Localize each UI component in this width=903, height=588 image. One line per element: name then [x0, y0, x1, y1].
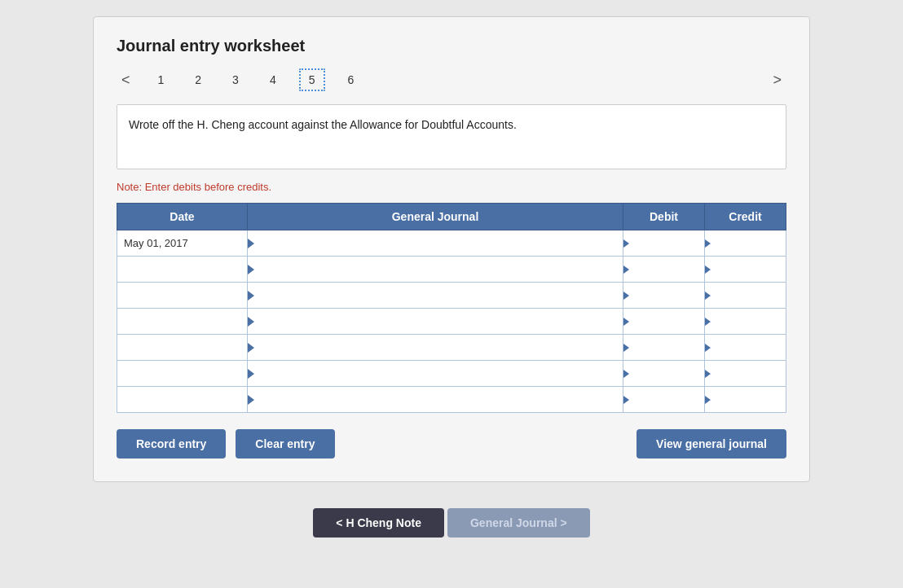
journal-cell-5[interactable] [248, 361, 623, 387]
credit-input-0[interactable] [705, 230, 786, 256]
record-entry-button[interactable]: Record entry [117, 429, 226, 459]
debit-input-4[interactable] [623, 335, 704, 360]
table-row [117, 309, 786, 335]
table-row [117, 361, 786, 387]
col-header-credit: Credit [705, 204, 786, 230]
view-general-journal-button[interactable]: View general journal [637, 429, 786, 459]
worksheet-title: Journal entry worksheet [117, 37, 786, 55]
journal-table: Date General Journal Debit Credit May 01… [117, 203, 786, 413]
date-cell-1 [117, 257, 248, 283]
debit-cell-4[interactable] [623, 335, 705, 361]
debit-cell-2[interactable] [623, 283, 705, 309]
page-3[interactable]: 3 [224, 70, 247, 90]
page-5-active[interactable]: 5 [299, 68, 325, 91]
page-4[interactable]: 4 [262, 70, 284, 90]
bottom-nav: < H Cheng Note General Journal > [313, 508, 589, 538]
credit-cell-4[interactable] [705, 335, 786, 361]
date-cell-4 [117, 335, 248, 361]
journal-input-3[interactable] [248, 309, 623, 334]
table-row [117, 387, 786, 413]
credit-cell-0[interactable] [705, 230, 786, 257]
debit-cell-3[interactable] [623, 309, 705, 335]
general-journal-button[interactable]: General Journal > [447, 508, 590, 538]
date-cell-6 [117, 387, 248, 413]
journal-input-1[interactable] [248, 257, 623, 282]
debit-input-2[interactable] [623, 283, 704, 308]
credit-cell-3[interactable] [705, 309, 786, 335]
h-cheng-note-button[interactable]: < H Cheng Note [313, 508, 444, 538]
journal-input-0[interactable] [248, 230, 623, 256]
date-cell-5 [117, 361, 248, 387]
debit-input-0[interactable] [623, 230, 704, 256]
debit-input-6[interactable] [623, 387, 704, 412]
note-text: Note: Enter debits before credits. [117, 181, 786, 193]
main-card: Journal entry worksheet < 1 2 3 4 5 6 > … [93, 16, 810, 482]
debit-input-5[interactable] [623, 361, 704, 386]
journal-cell-3[interactable] [248, 309, 623, 335]
page-1[interactable]: 1 [150, 70, 173, 90]
debit-input-1[interactable] [623, 257, 704, 282]
journal-cell-4[interactable] [248, 335, 623, 361]
table-row [117, 257, 786, 283]
col-header-debit: Debit [623, 204, 705, 230]
journal-input-5[interactable] [248, 361, 623, 386]
clear-entry-button[interactable]: Clear entry [236, 429, 334, 459]
journal-cell-2[interactable] [248, 283, 623, 309]
journal-cell-1[interactable] [248, 257, 623, 283]
page-2[interactable]: 2 [187, 70, 209, 90]
date-cell-0: May 01, 2017 [117, 230, 248, 257]
debit-cell-1[interactable] [623, 257, 705, 283]
prev-page-button[interactable]: < [117, 70, 135, 90]
journal-input-4[interactable] [248, 335, 623, 360]
credit-input-3[interactable] [705, 309, 786, 334]
next-page-button[interactable]: > [768, 70, 786, 90]
credit-cell-6[interactable] [705, 387, 786, 413]
credit-input-2[interactable] [705, 283, 786, 308]
description-box: Wrote off the H. Cheng account against t… [117, 104, 786, 169]
credit-input-4[interactable] [705, 335, 786, 360]
pagination-row: < 1 2 3 4 5 6 > [117, 68, 786, 91]
col-header-date: Date [117, 204, 248, 230]
credit-cell-5[interactable] [705, 361, 786, 387]
page-6[interactable]: 6 [340, 70, 363, 90]
debit-cell-5[interactable] [623, 361, 705, 387]
table-row [117, 335, 786, 361]
journal-input-2[interactable] [248, 283, 623, 308]
credit-input-5[interactable] [705, 361, 786, 386]
debit-input-3[interactable] [623, 309, 704, 334]
journal-input-6[interactable] [248, 387, 623, 412]
date-cell-3 [117, 309, 248, 335]
credit-cell-2[interactable] [705, 283, 786, 309]
debit-cell-0[interactable] [623, 230, 705, 257]
table-row [117, 283, 786, 309]
button-row: Record entry Clear entry View general jo… [117, 429, 786, 459]
col-header-journal: General Journal [248, 204, 623, 230]
credit-cell-1[interactable] [705, 257, 786, 283]
journal-cell-6[interactable] [248, 387, 623, 413]
credit-input-1[interactable] [705, 257, 786, 282]
date-cell-2 [117, 283, 248, 309]
debit-cell-6[interactable] [623, 387, 705, 413]
credit-input-6[interactable] [705, 387, 786, 412]
table-row: May 01, 2017 [117, 230, 786, 257]
journal-cell-0[interactable] [248, 230, 623, 257]
